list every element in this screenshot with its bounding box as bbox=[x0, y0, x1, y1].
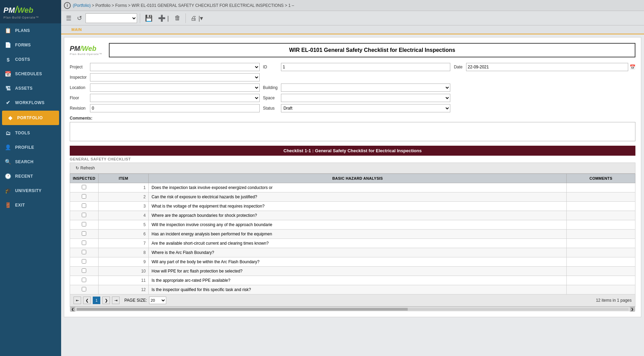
content-area: MAIN PM/Web Plan·Build·Operate™ WIR EL-0… bbox=[61, 25, 644, 356]
revision-input[interactable] bbox=[90, 104, 259, 112]
hazard-text: Where are the approach boundaries for sh… bbox=[149, 211, 567, 220]
inspected-cell bbox=[70, 285, 99, 294]
building-select[interactable] bbox=[281, 84, 450, 92]
inspected-cell bbox=[70, 211, 99, 220]
space-select[interactable] bbox=[281, 94, 450, 102]
save-button[interactable]: 💾 bbox=[143, 13, 155, 23]
checklist-table: INSPECTED ITEM BASIC HAZARD ANALYSIS COM… bbox=[70, 174, 635, 294]
refresh-button[interactable]: ↻ Refresh bbox=[74, 165, 97, 171]
inspected-checkbox[interactable] bbox=[82, 287, 86, 291]
table-row: 4Where are the approach boundaries for s… bbox=[70, 211, 635, 220]
last-page-button[interactable]: ⇥ bbox=[112, 297, 120, 304]
hazard-text: Will any part of the body be within the … bbox=[149, 257, 567, 267]
id-input[interactable] bbox=[281, 63, 450, 71]
date-label: Date bbox=[454, 65, 462, 69]
sidebar-item-university[interactable]: 🎓 UNIVERSITY bbox=[0, 183, 61, 198]
inspected-checkbox[interactable] bbox=[82, 250, 86, 254]
sidebar-item-exit[interactable]: 🚪 EXIT bbox=[0, 198, 61, 212]
item-number: 5 bbox=[98, 220, 149, 230]
inspected-checkbox[interactable] bbox=[82, 278, 86, 282]
sidebar-item-profile[interactable]: 👤 PROFILE bbox=[0, 140, 61, 155]
inspected-checkbox[interactable] bbox=[82, 213, 86, 217]
sidebar-item-workflows[interactable]: ✔ WORKFLOWS bbox=[0, 96, 61, 110]
item-number: 1 bbox=[98, 183, 149, 192]
logo-web-small: Web bbox=[82, 45, 97, 52]
sidebar-item-forms[interactable]: 📄 FORMS bbox=[0, 38, 61, 52]
separator-2 bbox=[185, 13, 186, 23]
comments-textarea[interactable] bbox=[70, 122, 635, 141]
breadcrumb: (Portfolio) > Portfolio > Forms > WIR EL… bbox=[73, 3, 294, 8]
sidebar-item-costs[interactable]: $ COSTS bbox=[0, 52, 61, 67]
exit-icon: 🚪 bbox=[5, 202, 12, 209]
sidebar-item-assets[interactable]: 🏗 ASSETS bbox=[0, 81, 61, 96]
hazard-text: Where is the Arc Flash Boundary? bbox=[149, 248, 567, 257]
hazard-text: Has an incident energy analysis been per… bbox=[149, 230, 567, 239]
inspected-checkbox[interactable] bbox=[82, 231, 86, 236]
main-area: i (Portfolio) > Portfolio > Forms > WIR … bbox=[61, 0, 644, 356]
inspected-checkbox[interactable] bbox=[82, 222, 86, 226]
add-button[interactable]: ➕ | bbox=[156, 13, 171, 23]
location-select[interactable] bbox=[90, 84, 259, 92]
costs-icon: $ bbox=[5, 56, 12, 63]
info-icon[interactable]: i bbox=[64, 2, 71, 9]
date-input[interactable] bbox=[466, 63, 628, 71]
checklist-toolbar: ↻ Refresh bbox=[70, 163, 635, 174]
scroll-track[interactable] bbox=[77, 308, 629, 311]
inspected-checkbox[interactable] bbox=[82, 203, 86, 208]
sidebar-item-tools[interactable]: 🗂 TOOLS bbox=[0, 126, 61, 140]
tab-main[interactable]: MAIN bbox=[65, 25, 89, 34]
floor-select[interactable] bbox=[90, 94, 259, 102]
inspected-checkbox[interactable] bbox=[82, 259, 86, 264]
logo-tagline-small: Plan·Build·Operate™ bbox=[70, 53, 102, 56]
hazard-text: Can the risk of exposure to electrical h… bbox=[149, 192, 567, 202]
menu-button[interactable]: ☰ bbox=[64, 13, 74, 23]
scroll-thumb[interactable] bbox=[77, 308, 408, 311]
inspector-select[interactable] bbox=[90, 73, 259, 81]
first-page-button[interactable]: ⇤ bbox=[74, 297, 81, 304]
refresh-icon: ↻ bbox=[76, 166, 79, 170]
date-wrapper: 📅 bbox=[466, 63, 635, 71]
row-comments bbox=[567, 192, 635, 202]
sidebar-item-recent[interactable]: 🕐 RECENT bbox=[0, 169, 61, 183]
breadcrumb-portfolio-link[interactable]: (Portfolio) bbox=[73, 3, 91, 8]
sidebar-item-portfolio[interactable]: ◆ PORTFOLIO bbox=[2, 111, 59, 125]
item-number: 11 bbox=[98, 276, 149, 285]
sidebar-item-search[interactable]: 🔍 SEARCH bbox=[0, 155, 61, 169]
sidebar-item-schedules[interactable]: 📆 SCHEDULES bbox=[0, 67, 61, 81]
logo-pm: PM bbox=[3, 6, 15, 14]
sidebar-item-label: EXIT bbox=[15, 203, 25, 208]
project-label: Project bbox=[70, 65, 87, 69]
profile-icon: 👤 bbox=[5, 144, 12, 151]
inspector-label: Inspector bbox=[70, 75, 87, 80]
status-select[interactable]: Draft bbox=[281, 104, 450, 112]
hazard-text: Is the inspector qualified for this spec… bbox=[149, 285, 567, 294]
form-fields: Project ID Date 📅 Inspector bbox=[70, 63, 635, 112]
undo-button[interactable]: ↺ bbox=[75, 13, 84, 23]
project-select[interactable] bbox=[90, 63, 259, 71]
page-size-label: PAGE SIZE: bbox=[124, 298, 147, 303]
workflow-select[interactable] bbox=[86, 13, 137, 23]
next-page-button[interactable]: ❯ bbox=[102, 297, 110, 304]
inspected-checkbox[interactable] bbox=[82, 194, 86, 199]
sidebar-item-plans[interactable]: 📋 PLANS bbox=[0, 23, 61, 38]
prev-page-button[interactable]: ❮ bbox=[83, 297, 91, 304]
sidebar-item-label: TOOLS bbox=[15, 131, 30, 135]
scroll-left-button[interactable]: ❮ bbox=[70, 307, 75, 312]
delete-button[interactable]: 🗑 bbox=[172, 13, 183, 23]
inspected-checkbox[interactable] bbox=[82, 241, 86, 245]
scroll-right-button[interactable]: ❯ bbox=[630, 307, 635, 312]
inspected-cell bbox=[70, 239, 99, 248]
inspected-checkbox[interactable] bbox=[82, 185, 86, 189]
inspected-cell bbox=[70, 202, 99, 211]
horizontal-scrollbar[interactable]: ❮ ❯ bbox=[70, 307, 635, 311]
floor-label: Floor bbox=[70, 96, 87, 100]
inspected-cell bbox=[70, 267, 99, 276]
print-button[interactable]: 🖨 |▾ bbox=[189, 13, 205, 23]
page-size-select[interactable]: 20 50 100 bbox=[149, 297, 166, 304]
location-label: Location bbox=[70, 85, 87, 90]
calendar-icon[interactable]: 📅 bbox=[630, 64, 635, 70]
inspected-checkbox[interactable] bbox=[82, 268, 86, 273]
university-icon: 🎓 bbox=[5, 187, 12, 194]
forms-icon: 📄 bbox=[5, 42, 12, 48]
row-comments bbox=[567, 248, 635, 257]
